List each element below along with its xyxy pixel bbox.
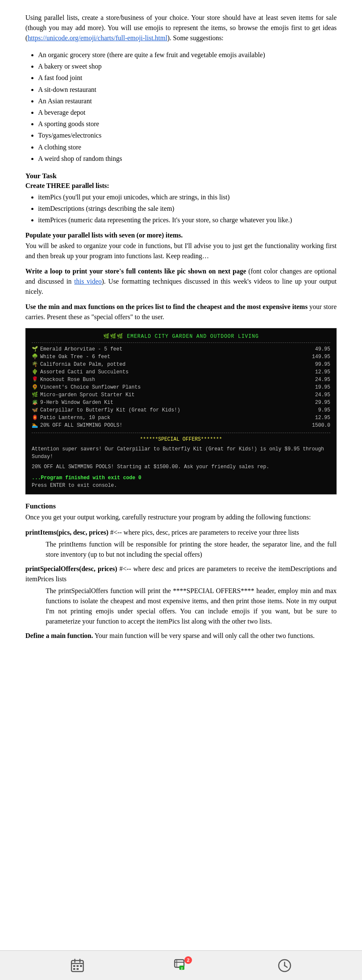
define-main-line: Define a main function. Your main functi… — [25, 631, 337, 641]
list-item: A fast food joint — [38, 72, 337, 83]
print-special-line: printSpecialOffers(desc, prices) #<-- wh… — [25, 564, 337, 584]
terminal-exit-section: ...Program finished with exit code 0 Pre… — [32, 474, 330, 490]
this-video-link[interactable]: this video — [74, 278, 102, 285]
suggestions-list: An organic grocery store (there are quit… — [38, 49, 337, 164]
svg-rect-5 — [77, 965, 79, 967]
list-item: Toys/games/electronics — [38, 130, 337, 141]
print-special-indent: The printSpecialOffers function will pri… — [46, 586, 337, 627]
functions-para1: Once you get your output working, carefu… — [25, 512, 337, 522]
terminal-output: 🌿🌿🌿 EMERALD CITY GARDEN AND OUTDOOR LIVI… — [25, 328, 337, 494]
terminal-item-row: 🏮 Patio Lanterns, 10 pack 12.95 — [32, 414, 330, 422]
list-item: itemDescriptions (strings describing the… — [38, 203, 337, 214]
svg-point-17 — [284, 965, 285, 966]
clock-icon — [277, 958, 292, 973]
list-item: A beverage depot — [38, 107, 337, 118]
terminal-exit-text: ...Program finished with exit code 0 — [32, 474, 330, 482]
svg-rect-8 — [77, 968, 79, 970]
bottom-navigation-bar: 2 2 — [0, 950, 362, 980]
page: Using parallel lists, create a store/bus… — [0, 0, 362, 980]
special-text2: 20% OFF ALL SWIMMING POOLS! Starting at … — [32, 463, 330, 471]
terminal-special-section: ******SPECIAL OFFERS******* Attention su… — [32, 433, 330, 471]
terminal-title: 🌿🌿🌿 EMERALD CITY GARDEN AND OUTDOOR LIVI… — [32, 333, 330, 341]
list-item: A sit-down restaurant — [38, 84, 337, 95]
terminal-item-row: 🌹 Knockout Rose Bush 24.95 — [32, 376, 330, 384]
list-item: A clothing store — [38, 141, 337, 153]
populate-heading: Populate your parallel lists with seven … — [25, 232, 337, 239]
terminal-item-row: 🌵 Assorted Cacti and Succulents 12.95 — [32, 368, 330, 376]
terminal-item-row: 🦋 Caterpillar to Butterfly Kit (Great fo… — [32, 406, 330, 414]
terminal-item-row: 🪴 9-Herb Window Garden Kit 29.95 — [32, 399, 330, 406]
calendar-nav-item[interactable] — [70, 958, 85, 973]
terminal-item-row: 🌳 White Oak Tree - 6 feet 149.95 — [32, 353, 330, 361]
clock-nav-item[interactable] — [277, 958, 292, 973]
list-item: A bakery or sweet shop — [38, 61, 337, 72]
para2-bold: Write a loop to print your store's full … — [25, 268, 246, 275]
body-para2: Write a loop to print your store's full … — [25, 266, 337, 297]
functions-heading: Functions — [25, 502, 337, 511]
print-items-line: printItems(pics, desc, prices) #<-- wher… — [25, 527, 337, 538]
list-item: itemPrices (numeric data representing th… — [38, 214, 337, 226]
terminal-item-row: 🌿 Micro-garden Sprout Starter Kit 24.95 — [32, 391, 330, 399]
special-header: ******SPECIAL OFFERS******* — [32, 436, 330, 444]
intro-paragraph: Using parallel lists, create a store/bus… — [25, 13, 337, 43]
list-item: itemPics (you'll put your emoji unicodes… — [38, 191, 337, 203]
list-item: A weird shop of random things — [38, 153, 337, 164]
para3-bold: Use the min and max functions on the pri… — [25, 303, 307, 310]
list-item: An Asian restaurant — [38, 95, 337, 107]
svg-rect-7 — [73, 968, 75, 970]
body-para1: You will be asked to organize your code … — [25, 241, 337, 261]
print-items-comment: #<-- where pics, desc, prices are parame… — [108, 529, 299, 536]
calendar-icon — [70, 958, 85, 973]
body-para3: Use the min and max functions on the pri… — [25, 302, 337, 322]
your-task-heading: Your Task — [25, 172, 337, 180]
define-main-bold: Define a main function. — [25, 632, 93, 639]
notification-badge: 2 — [184, 956, 192, 964]
svg-rect-6 — [80, 965, 82, 967]
terminal-item-row: 🏊 20% OFF ALL SWIMMING POOLS! 1500.0 — [32, 422, 330, 429]
list-item: An organic grocery store (there are quit… — [38, 49, 337, 61]
print-items-bold: printItems(pics, desc, prices) — [25, 529, 108, 536]
terminal-press-text: Press ENTER to exit console. — [32, 482, 330, 490]
notification-nav-item[interactable]: 2 2 — [173, 958, 189, 973]
list-item: A sporting goods store — [38, 118, 337, 130]
emoji-link[interactable]: https://unicode.org/emoji/charts/full-em… — [27, 34, 167, 41]
terminal-item-row: 🌻 Vincent's Choice Sunflower Plants 19.9… — [32, 384, 330, 391]
svg-text:2: 2 — [181, 966, 183, 970]
task-list: itemPics (you'll put your emoji unicodes… — [38, 191, 337, 226]
print-items-indent: The printItems function will be responsi… — [46, 539, 337, 560]
special-text1: Attention super savers! Our Caterpillar … — [32, 445, 330, 461]
define-main-rest: Your main function will be very sparse a… — [93, 632, 315, 639]
terminal-item-row: 🌱 Emerald Arborvitae - 5 feet 49.95 — [32, 345, 330, 353]
svg-rect-4 — [73, 965, 75, 967]
print-special-bold: printSpecialOffers(desc, prices) — [25, 565, 117, 572]
three-lists-heading: Create THREE parallel lists: — [25, 182, 337, 190]
terminal-item-row: 🌴 California Date Palm, potted 99.95 — [32, 361, 330, 368]
